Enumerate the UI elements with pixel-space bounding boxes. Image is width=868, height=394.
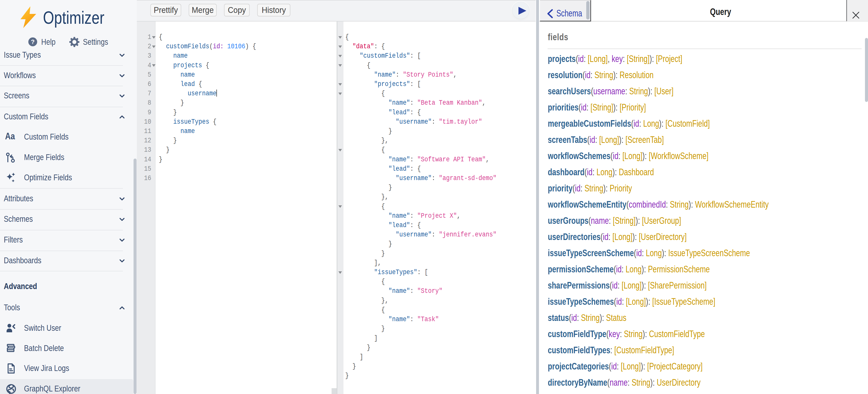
svg-text:?: ? bbox=[31, 38, 35, 45]
